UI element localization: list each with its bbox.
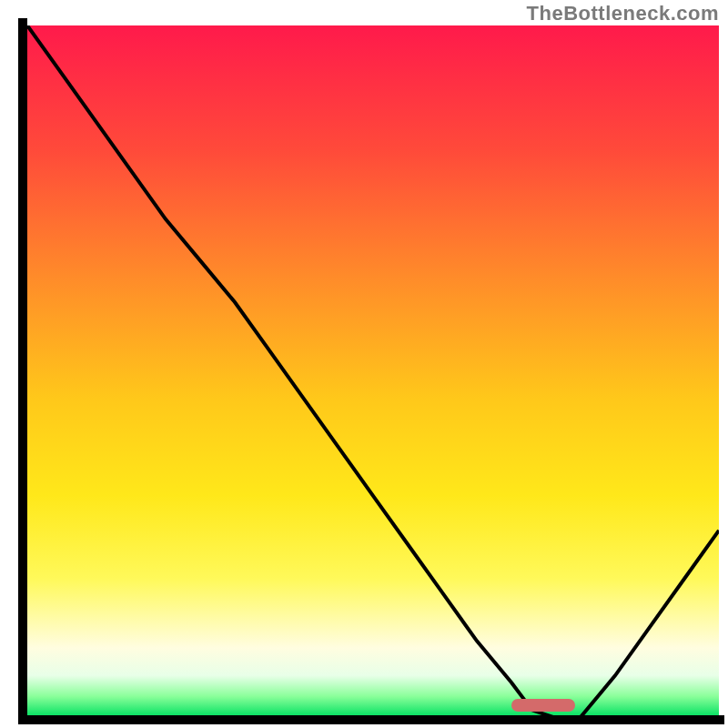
optimal-range-marker	[511, 699, 575, 712]
bottleneck-curve-svg	[27, 25, 719, 717]
chart-container: TheBottleneck.com	[0, 0, 728, 728]
y-axis	[18, 18, 27, 724]
watermark-text: TheBottleneck.com	[527, 2, 719, 25]
bottleneck-curve-path	[27, 25, 719, 717]
